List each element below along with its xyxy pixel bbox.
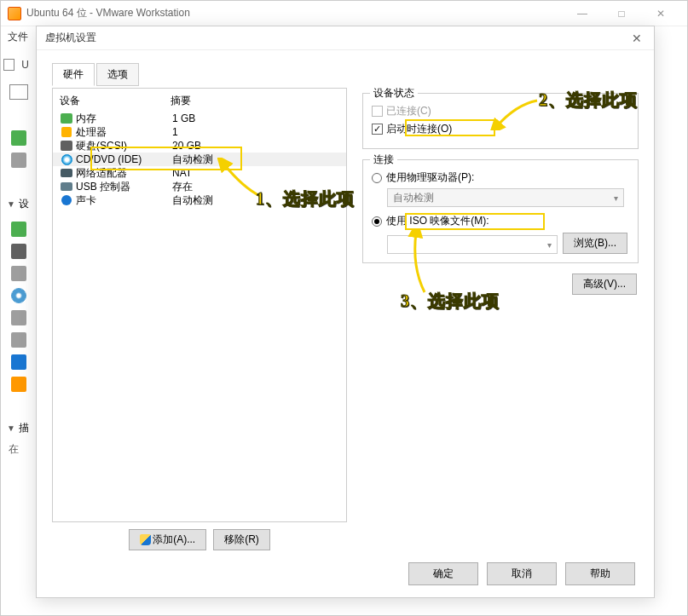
sound-icon[interactable] bbox=[11, 354, 26, 370]
device-state-fieldset: 设备状态 已连接(C) ✓ 启动时连接(O) bbox=[362, 93, 639, 149]
vmware-app-icon bbox=[8, 7, 21, 20]
section-desc[interactable]: ▼描 bbox=[2, 417, 36, 439]
device-sound[interactable]: 声卡自动检测 bbox=[53, 193, 346, 207]
tab-options[interactable]: 选项 bbox=[96, 63, 139, 86]
device-icon[interactable] bbox=[11, 153, 26, 168]
ok-button[interactable]: 确定 bbox=[408, 562, 478, 585]
radio-iso-label: 使用 ISO 映像文件(M): bbox=[386, 214, 489, 228]
desc-text: 在 bbox=[2, 439, 36, 460]
display-icon[interactable] bbox=[11, 377, 26, 392]
radio-iso[interactable] bbox=[372, 216, 382, 227]
physical-drive-combo: 自动检测▾ bbox=[387, 188, 624, 207]
minimize-button[interactable]: — bbox=[563, 1, 602, 26]
connection-legend: 连接 bbox=[370, 153, 397, 167]
tab-strip: 硬件 选项 bbox=[52, 62, 639, 86]
col-device: 设备 bbox=[60, 94, 171, 108]
device-harddisk[interactable]: 硬盘(SCSI)20 GB bbox=[53, 139, 346, 153]
checkbox-connect-poweron[interactable]: ✓ bbox=[372, 124, 383, 135]
tab-label[interactable]: U bbox=[16, 55, 34, 74]
memory-icon[interactable] bbox=[11, 222, 26, 237]
device-processor[interactable]: 处理器1 bbox=[53, 125, 346, 139]
main-window-title: Ubuntu 64 位 - VMware Workstation bbox=[26, 6, 563, 20]
col-summary: 摘要 bbox=[171, 94, 339, 108]
remove-device-button[interactable]: 移除(R) bbox=[213, 529, 270, 550]
tab-icon bbox=[3, 59, 14, 71]
toolbar-icon[interactable] bbox=[9, 84, 28, 100]
usb-icon[interactable] bbox=[11, 332, 26, 348]
hdd-icon[interactable] bbox=[11, 266, 26, 281]
radio-physical-label: 使用物理驱动器(P): bbox=[386, 170, 474, 185]
chevron-down-icon: ▾ bbox=[614, 193, 618, 203]
device-usb[interactable]: USB 控制器存在 bbox=[53, 180, 346, 193]
advanced-button[interactable]: 高级(V)... bbox=[572, 273, 637, 295]
play-icon[interactable] bbox=[11, 130, 26, 146]
help-button[interactable]: 帮助 bbox=[565, 562, 635, 585]
device-list-header: 设备 摘要 bbox=[53, 89, 346, 112]
radio-iso-row[interactable]: 使用 ISO 映像文件(M): bbox=[372, 214, 629, 228]
dialog-footer: 确定 取消 帮助 bbox=[408, 562, 635, 585]
cancel-button[interactable]: 取消 bbox=[487, 562, 557, 585]
left-sidebar: U ▼设 ▼描 在 bbox=[2, 52, 36, 460]
maximize-button[interactable]: □ bbox=[602, 1, 641, 26]
checkbox-connect-poweron-label: 启动时连接(O) bbox=[386, 122, 452, 136]
browse-button[interactable]: 浏览(B)... bbox=[563, 233, 627, 254]
checkbox-connected bbox=[372, 106, 383, 117]
section-settings[interactable]: ▼设 bbox=[2, 193, 36, 215]
cpu-icon[interactable] bbox=[11, 244, 26, 259]
dialog-close-icon[interactable]: ✕ bbox=[628, 28, 645, 49]
close-button[interactable]: ✕ bbox=[641, 1, 680, 26]
device-state-legend: 设备状态 bbox=[370, 86, 418, 101]
chevron-down-icon[interactable]: ▾ bbox=[547, 240, 552, 250]
cd-icon[interactable] bbox=[11, 288, 26, 303]
device-memory[interactable]: 内存1 GB bbox=[53, 112, 346, 125]
radio-physical[interactable] bbox=[372, 173, 382, 183]
dialog-titlebar: 虚拟机设置 ✕ bbox=[37, 26, 654, 50]
shield-icon bbox=[140, 534, 151, 545]
device-network[interactable]: 网络适配器NAT bbox=[53, 166, 346, 180]
checkbox-connect-poweron-row[interactable]: ✓ 启动时连接(O) bbox=[372, 122, 629, 136]
net-icon[interactable] bbox=[11, 310, 26, 325]
connection-fieldset: 连接 使用物理驱动器(P): 自动检测▾ 使用 ISO 映像文件(M): ▾ bbox=[362, 159, 639, 263]
main-titlebar: Ubuntu 64 位 - VMware Workstation — □ ✕ bbox=[1, 1, 687, 26]
iso-path-combo[interactable]: ▾ bbox=[387, 235, 558, 254]
device-properties: 设备状态 已连接(C) ✓ 启动时连接(O) 连接 使用物理驱动器( bbox=[362, 88, 639, 550]
add-device-button[interactable]: 添加(A)... bbox=[129, 529, 206, 550]
tab-hardware[interactable]: 硬件 bbox=[52, 63, 95, 86]
device-cddvd[interactable]: CD/DVD (IDE)自动检测 bbox=[53, 153, 346, 166]
checkbox-connected-row: 已连接(C) bbox=[372, 104, 629, 118]
radio-physical-row[interactable]: 使用物理驱动器(P): bbox=[372, 170, 629, 185]
device-list-panel: 设备 摘要 内存1 GB 处理器1 硬盘(SCSI)20 GB CD/DVD (… bbox=[52, 88, 347, 522]
checkbox-connected-label: 已连接(C) bbox=[386, 104, 431, 118]
dialog-title: 虚拟机设置 bbox=[45, 31, 628, 45]
vm-settings-dialog: 虚拟机设置 ✕ 硬件 选项 设备 摘要 内存1 GB 处理器1 硬盘(SCSI)… bbox=[36, 26, 655, 598]
